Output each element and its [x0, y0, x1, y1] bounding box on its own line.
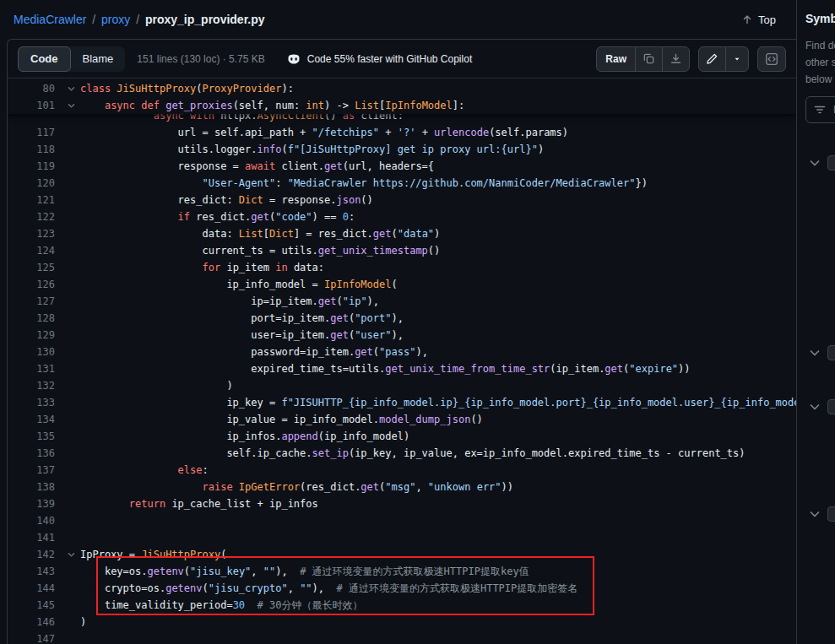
code-line: 122 if res_dict.get("code") == 0: — [8, 208, 796, 225]
line-number[interactable]: 118 — [8, 141, 62, 158]
code-text: key=os.getenv("jisu_key", ""), # 通过环境变量的… — [80, 563, 796, 580]
code-line: 118 utils.logger.info(f"[JiSuHttpProxy] … — [8, 141, 796, 158]
chevron-down-icon[interactable] — [808, 400, 821, 414]
code-line: 145 time_validity_period=30 # 30分钟（最长时效） — [8, 597, 796, 614]
line-number[interactable]: 146 — [8, 614, 62, 630]
code-text: raise IpGetError(res_dict.get("msg", "un… — [80, 479, 796, 495]
line-number[interactable]: 101 — [8, 97, 62, 114]
code-scroll[interactable]: async with httpx.AsyncClient() as client… — [8, 78, 796, 644]
code-line: 141 — [8, 529, 796, 546]
copy-raw-button[interactable] — [636, 47, 662, 71]
edit-button[interactable] — [699, 47, 725, 71]
line-number[interactable]: 119 — [8, 158, 62, 175]
line-number[interactable]: 80 — [8, 80, 62, 97]
line-number[interactable]: 130 — [8, 344, 62, 360]
code-lines: 117 url = self.api_path + "/fetchips" + … — [8, 124, 796, 644]
fold-chevron-icon[interactable] — [62, 546, 80, 563]
fold-slot — [62, 192, 80, 208]
fold-chevron-icon[interactable] — [62, 80, 80, 97]
line-number[interactable]: 142 — [8, 546, 62, 563]
download-button[interactable] — [663, 47, 689, 71]
line-number[interactable]: 123 — [8, 225, 62, 242]
symbol-tree-row[interactable] — [808, 506, 835, 522]
symbol-kind-icon — [827, 506, 835, 522]
edit-dropdown-button[interactable] — [726, 47, 748, 71]
chevron-down-icon[interactable] — [808, 346, 821, 360]
symbols-toggle-button[interactable] — [757, 46, 786, 72]
line-number[interactable]: 126 — [8, 276, 62, 293]
fold-slot — [62, 327, 80, 344]
code-line: 120 "User-Agent": "MediaCrawler https://… — [8, 175, 796, 192]
copilot-banner[interactable]: Code 55% faster with GitHub Copilot — [287, 52, 472, 66]
code-line: 124 current_ts = utils.get_unix_timestam… — [8, 242, 796, 259]
fold-slot — [62, 242, 80, 259]
line-number[interactable]: 139 — [8, 495, 62, 512]
fold-slot — [62, 428, 80, 445]
line-number[interactable]: 134 — [8, 411, 62, 428]
code-text — [80, 630, 796, 644]
code-text: ) — [80, 377, 796, 394]
line-number[interactable]: 117 — [8, 124, 62, 141]
line-number[interactable]: 121 — [8, 192, 62, 208]
line-number[interactable]: 125 — [8, 259, 62, 276]
symbol-tree-row[interactable] — [808, 155, 835, 170]
line-number[interactable]: 132 — [8, 377, 62, 394]
chevron-down-icon[interactable] — [808, 156, 821, 170]
line-number[interactable]: 138 — [8, 479, 62, 495]
code-text: ip_info_model = IpInfoModel( — [80, 276, 796, 293]
code-text: password=ip_item.get("pass"), — [80, 344, 796, 360]
back-to-top-button[interactable]: Top — [735, 10, 783, 30]
line-number[interactable]: 127 — [8, 293, 62, 310]
breadcrumb-separator: / — [136, 13, 139, 26]
chevron-down-icon[interactable] — [808, 507, 821, 521]
code-text: ip=ip_item.get("ip"), — [80, 293, 796, 310]
fold-slot — [62, 141, 80, 158]
code-line: 136 self.ip_cache.set_ip(ip_key, ip_valu… — [8, 445, 796, 462]
symbol-tree-row[interactable] — [808, 399, 835, 414]
code-text: user=ip_item.get("user"), — [80, 327, 796, 344]
line-number[interactable]: 136 — [8, 445, 62, 462]
sticky-lines: 80class JiSuHttpProxy(ProxyProvider):101… — [8, 78, 796, 114]
file-toolbar: Code Blame 151 lines (130 loc) · 5.75 KB… — [8, 40, 796, 78]
code-text: for ip_item in data: — [80, 259, 796, 276]
code-text — [80, 512, 796, 529]
line-number[interactable]: 120 — [8, 175, 62, 192]
fold-slot — [62, 495, 80, 512]
fold-slot — [62, 114, 80, 124]
line-number[interactable]: 143 — [8, 563, 62, 580]
line-number[interactable]: 137 — [8, 462, 62, 479]
line-number[interactable]: 128 — [8, 310, 62, 327]
breadcrumb-folder-link[interactable]: proxy — [101, 13, 130, 26]
code-line: 80class JiSuHttpProxy(ProxyProvider): — [8, 80, 796, 97]
line-number[interactable]: 141 — [8, 529, 62, 546]
line-number[interactable]: 140 — [8, 512, 62, 529]
line-number[interactable]: 124 — [8, 242, 62, 259]
fold-chevron-icon[interactable] — [62, 97, 80, 114]
code-text: res_dict: Dict = response.json() — [80, 192, 796, 208]
github-file-page: MediaCrawler / proxy / proxy_ip_provider… — [0, 0, 835, 644]
line-number[interactable]: 144 — [8, 580, 62, 597]
arrow-up-icon — [741, 14, 753, 25]
tab-code[interactable]: Code — [18, 46, 71, 72]
filter-symbols-input[interactable]: Filter symbols — [805, 96, 835, 123]
code-text: ) — [80, 614, 796, 630]
line-number[interactable] — [8, 114, 62, 124]
line-number[interactable]: 122 — [8, 208, 62, 225]
line-number[interactable]: 145 — [8, 597, 62, 614]
code-line: 138 raise IpGetError(res_dict.get("msg",… — [8, 479, 796, 495]
line-number[interactable]: 129 — [8, 327, 62, 344]
line-number[interactable]: 135 — [8, 428, 62, 445]
line-number[interactable]: 133 — [8, 394, 62, 411]
code-text: port=ip_item.get("port"), — [80, 310, 796, 327]
tab-blame[interactable]: Blame — [71, 46, 126, 72]
code-line: 132 ) — [8, 377, 796, 394]
code-text: current_ts = utils.get_unix_timestamp() — [80, 242, 796, 259]
edit-group — [698, 46, 749, 72]
line-number[interactable]: 131 — [8, 360, 62, 377]
raw-button[interactable]: Raw — [597, 47, 635, 71]
breadcrumb-repo-link[interactable]: MediaCrawler — [14, 13, 86, 26]
code-text: utils.logger.info(f"[JiSuHttpProxy] get … — [80, 141, 796, 158]
line-number[interactable]: 147 — [8, 630, 62, 644]
fold-slot — [62, 259, 80, 276]
symbol-tree-row[interactable] — [808, 345, 835, 360]
